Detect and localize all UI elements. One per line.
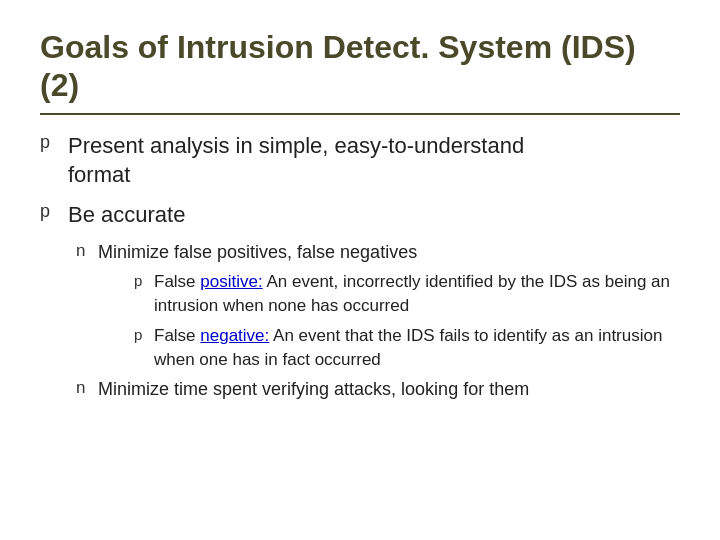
- bullet-n2: n Minimize time spent verifying attacks,…: [76, 377, 680, 401]
- bullet-p2-main: p Be accurate: [40, 200, 680, 230]
- false-positive-label: False: [154, 272, 200, 291]
- bullet-p2-marker: p: [40, 201, 68, 222]
- bullet-n1-marker: n: [76, 241, 98, 261]
- bullet-p2-text: Be accurate: [68, 200, 185, 230]
- bullet-fp: p False positive: An event, incorrectly …: [134, 270, 680, 318]
- slide: Goals of Intrusion Detect. System (IDS) …: [0, 0, 720, 540]
- false-negative-label: False: [154, 326, 200, 345]
- bullet-fn: p False negative: An event that the IDS …: [134, 324, 680, 372]
- bullet-n1: n Minimize false positives, false negati…: [76, 240, 680, 264]
- indent-p2-2: p False negative: An event that the IDS …: [134, 324, 680, 372]
- bullet-fn-marker: p: [134, 326, 154, 343]
- bullet-n2-text: Minimize time spent verifying attacks, l…: [98, 377, 529, 401]
- bullet-n1-text: Minimize false positives, false negative…: [98, 240, 417, 264]
- indent-n1: n Minimize false positives, false negati…: [76, 240, 680, 371]
- bullet-fp-marker: p: [134, 272, 154, 289]
- slide-title: Goals of Intrusion Detect. System (IDS) …: [40, 28, 680, 115]
- content-area: p Present analysis in simple, easy-to-un…: [40, 131, 680, 402]
- bullet-fn-text: False negative: An event that the IDS fa…: [154, 324, 680, 372]
- bullet-n2-marker: n: [76, 378, 98, 398]
- bullet-p1: p Present analysis in simple, easy-to-un…: [40, 131, 680, 190]
- bullet-p1-text: Present analysis in simple, easy-to-unde…: [68, 131, 524, 190]
- indent-n2: n Minimize time spent verifying attacks,…: [76, 377, 680, 401]
- negative-highlight: negative:: [200, 326, 269, 345]
- indent-p2-1: p False positive: An event, incorrectly …: [134, 270, 680, 318]
- bullet-fp-text: False positive: An event, incorrectly id…: [154, 270, 680, 318]
- bullet-p1-marker: p: [40, 132, 68, 153]
- positive-highlight: positive:: [200, 272, 262, 291]
